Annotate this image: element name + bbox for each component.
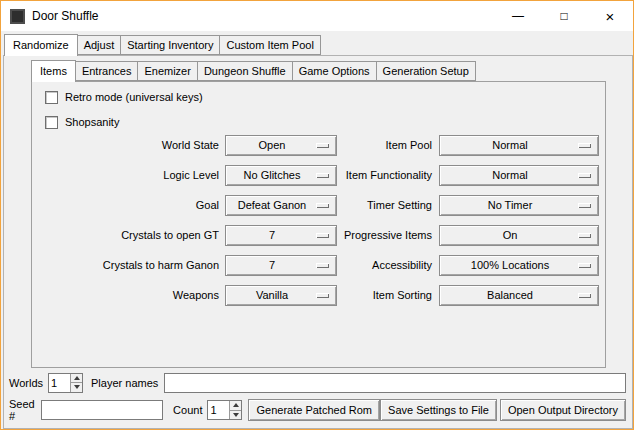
- dropdown-indicator-icon: [316, 233, 329, 238]
- retro-mode-checkbox-row[interactable]: Retro mode (universal keys): [45, 89, 203, 105]
- option-row: World State Open Item Pool Normal: [32, 134, 605, 156]
- dropdown-indicator-icon: [578, 203, 591, 208]
- dropdown-indicator-icon: [578, 263, 591, 268]
- tab-adjust[interactable]: Adjust: [77, 35, 122, 55]
- world-state-label: World State: [32, 139, 219, 151]
- titlebar[interactable]: Door Shuffle — □ ×: [1, 1, 633, 31]
- crystals-gt-dropdown[interactable]: 7: [225, 225, 337, 246]
- option-row: Crystals to open GT 7 Progressive Items …: [32, 224, 605, 246]
- dropdown-indicator-icon: [578, 143, 591, 148]
- tab-dungeon-shuffle[interactable]: Dungeon Shuffle: [197, 61, 293, 81]
- timer-setting-dropdown[interactable]: No Timer: [439, 195, 599, 216]
- spin-up-icon: [74, 376, 80, 380]
- worlds-stepper-buttons: [70, 374, 82, 392]
- app-icon: [10, 9, 25, 24]
- maximize-icon: □: [560, 9, 567, 23]
- crystals-gt-label: Crystals to open GT: [32, 229, 219, 241]
- maximize-button[interactable]: □: [541, 1, 587, 31]
- worlds-stepper: [48, 373, 83, 393]
- dropdown-value: 100% Locations: [440, 259, 576, 271]
- save-settings-button[interactable]: Save Settings to File: [380, 399, 497, 421]
- world-state-dropdown[interactable]: Open: [225, 135, 337, 156]
- seed-input[interactable]: [41, 400, 163, 420]
- worlds-increment-button[interactable]: [71, 374, 82, 383]
- spin-down-icon: [233, 413, 239, 417]
- timer-setting-label: Timer Setting: [337, 199, 432, 211]
- worlds-label: Worlds: [9, 377, 43, 389]
- open-output-directory-button[interactable]: Open Output Directory: [500, 399, 626, 421]
- items-tab-panel: Retro mode (universal keys) Shopsanity W…: [31, 81, 606, 368]
- tab-enemizer[interactable]: Enemizer: [137, 61, 197, 81]
- count-increment-button[interactable]: [230, 401, 241, 410]
- item-pool-label: Item Pool: [337, 139, 432, 151]
- player-names-input[interactable]: [164, 373, 626, 393]
- dropdown-value: No Glitches: [226, 169, 314, 181]
- crystals-ganon-dropdown[interactable]: 7: [225, 255, 337, 276]
- player-names-label: Player names: [91, 377, 158, 389]
- goal-dropdown[interactable]: Defeat Ganon: [225, 195, 337, 216]
- dropdown-indicator-icon: [316, 203, 329, 208]
- window-title: Door Shuffle: [32, 9, 99, 23]
- seed-row: Seed # Count Generate Patched Rom Save S…: [9, 399, 626, 421]
- count-label: Count: [173, 404, 202, 416]
- spin-up-icon: [233, 403, 239, 407]
- dropdown-indicator-icon: [316, 173, 329, 178]
- dropdown-indicator-icon: [578, 173, 591, 178]
- close-icon: ×: [606, 8, 615, 25]
- window-controls: — □ ×: [495, 1, 633, 31]
- progressive-items-dropdown[interactable]: On: [439, 225, 599, 246]
- close-button[interactable]: ×: [587, 1, 633, 31]
- generate-patched-rom-button[interactable]: Generate Patched Rom: [248, 399, 380, 421]
- item-pool-dropdown[interactable]: Normal: [439, 135, 599, 156]
- tab-custom-item-pool[interactable]: Custom Item Pool: [219, 35, 320, 55]
- tab-randomize[interactable]: Randomize: [4, 34, 78, 56]
- weapons-dropdown[interactable]: Vanilla: [225, 285, 337, 306]
- option-row: Logic Level No Glitches Item Functionali…: [32, 164, 605, 186]
- accessibility-dropdown[interactable]: 100% Locations: [439, 255, 599, 276]
- item-functionality-label: Item Functionality: [337, 169, 432, 181]
- dropdown-value: Normal: [440, 169, 576, 181]
- item-functionality-dropdown[interactable]: Normal: [439, 165, 599, 186]
- dropdown-value: Defeat Ganon: [226, 199, 314, 211]
- outer-tab-bar: Randomize Adjust Starting Inventory Cust…: [4, 33, 321, 55]
- dropdown-indicator-icon: [578, 293, 591, 298]
- minimize-icon: —: [512, 9, 524, 23]
- dropdown-value: No Timer: [440, 199, 576, 211]
- option-row: Weapons Vanilla Item Sorting Balanced: [32, 284, 605, 306]
- option-row: Crystals to harm Ganon 7 Accessibility 1…: [32, 254, 605, 276]
- goal-label: Goal: [32, 199, 219, 211]
- shopsanity-checkbox[interactable]: [45, 116, 58, 129]
- retro-mode-label: Retro mode (universal keys): [65, 91, 203, 103]
- item-sorting-dropdown[interactable]: Balanced: [439, 285, 599, 306]
- weapons-label: Weapons: [32, 289, 219, 301]
- tab-items[interactable]: Items: [31, 60, 76, 82]
- dropdown-value: Normal: [440, 139, 576, 151]
- minimize-button[interactable]: —: [495, 1, 541, 31]
- logic-level-dropdown[interactable]: No Glitches: [225, 165, 337, 186]
- worlds-decrement-button[interactable]: [71, 382, 82, 392]
- crystals-ganon-label: Crystals to harm Ganon: [32, 259, 219, 271]
- inner-tab-bar: Items Entrances Enemizer Dungeon Shuffle…: [31, 59, 476, 81]
- worlds-row: Worlds Player names: [9, 372, 626, 393]
- tab-starting-inventory[interactable]: Starting Inventory: [120, 35, 220, 55]
- shopsanity-checkbox-row[interactable]: Shopsanity: [45, 114, 119, 130]
- count-input[interactable]: [208, 401, 229, 419]
- door-shuffle-window: Door Shuffle — □ × Randomize Adjust Star…: [0, 0, 634, 430]
- worlds-input[interactable]: [49, 374, 70, 392]
- dropdown-value: Open: [226, 139, 314, 151]
- dropdown-value: Balanced: [440, 289, 576, 301]
- logic-level-label: Logic Level: [32, 169, 219, 181]
- accessibility-label: Accessibility: [337, 259, 432, 271]
- option-row: Goal Defeat Ganon Timer Setting No Timer: [32, 194, 605, 216]
- retro-mode-checkbox[interactable]: [45, 91, 58, 104]
- seed-label: Seed #: [9, 398, 35, 422]
- dropdown-indicator-icon: [316, 293, 329, 298]
- count-decrement-button[interactable]: [230, 410, 241, 420]
- tab-entrances[interactable]: Entrances: [75, 61, 139, 81]
- tab-game-options[interactable]: Game Options: [292, 61, 377, 81]
- tab-generation-setup[interactable]: Generation Setup: [376, 61, 476, 81]
- dropdown-indicator-icon: [316, 263, 329, 268]
- dropdown-value: Vanilla: [226, 289, 314, 301]
- count-stepper: [207, 400, 242, 420]
- dropdown-indicator-icon: [578, 233, 591, 238]
